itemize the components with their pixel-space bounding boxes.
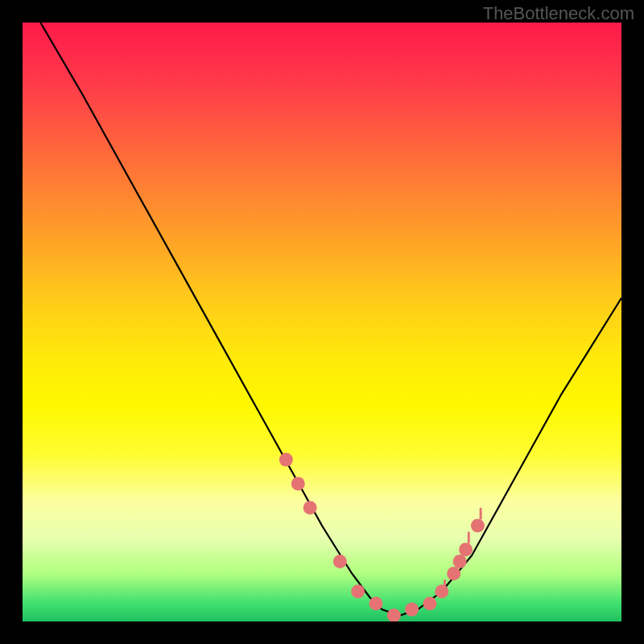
svg-point-9 — [303, 501, 317, 514]
svg-point-8 — [291, 477, 305, 490]
plot-area — [23, 23, 621, 621]
svg-point-14 — [405, 603, 419, 617]
chart-container: TheBottleneck.com — [0, 0, 644, 644]
curve-line — [40, 23, 621, 616]
svg-point-20 — [471, 518, 485, 532]
chart-svg — [23, 23, 621, 621]
svg-point-16 — [435, 584, 448, 598]
svg-point-15 — [423, 597, 436, 610]
svg-point-7 — [279, 453, 293, 467]
svg-point-19 — [459, 543, 473, 556]
svg-point-11 — [351, 584, 365, 598]
data-markers — [279, 453, 485, 621]
svg-point-17 — [447, 567, 460, 580]
svg-point-13 — [387, 609, 401, 621]
svg-point-12 — [369, 597, 382, 610]
watermark-text: TheBottleneck.com — [483, 3, 634, 24]
svg-point-10 — [333, 555, 347, 568]
svg-point-18 — [453, 555, 467, 568]
